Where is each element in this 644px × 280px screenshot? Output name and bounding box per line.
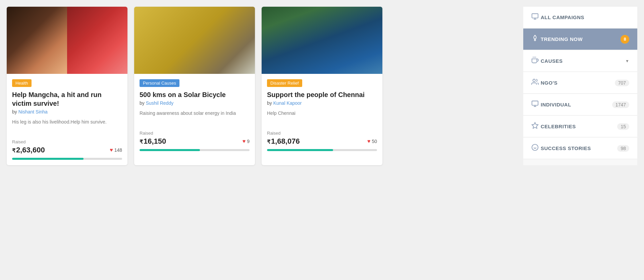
card-3-tag: Disaster Relief bbox=[267, 79, 302, 87]
card-1-likes: ♥ 148 bbox=[110, 147, 122, 153]
card-2-author: by Sushil Reddy bbox=[140, 100, 250, 106]
celebrities-count: 15 bbox=[617, 123, 629, 130]
card-3-likes: ♥ 50 bbox=[367, 138, 377, 144]
card-1-title: Help Mangcha, a hit and run victim survi… bbox=[12, 90, 122, 108]
celebrities-label: CELEBRITIES bbox=[541, 124, 617, 129]
svg-rect-7 bbox=[532, 101, 538, 105]
sidebar-item-trending-now[interactable]: TRENDING NOW 8 bbox=[523, 29, 637, 50]
all-campaigns-label: ALL CAMPAIGNS bbox=[541, 14, 629, 20]
campaign-card-1[interactable]: Health Help Mangcha, a hit and run victi… bbox=[7, 7, 127, 165]
people-icon bbox=[531, 78, 541, 87]
sidebar-item-individual[interactable]: INDIVIDUAL 1747 bbox=[523, 94, 637, 115]
hand-icon bbox=[531, 56, 541, 65]
card-1-rupee: ₹ bbox=[12, 148, 15, 153]
card-3-raised-row: ₹1,68,076 ♥ 50 bbox=[267, 137, 377, 146]
card-2-likes: ♥ 9 bbox=[243, 138, 250, 144]
card-2-body: Personal Causes 500 kms on a Solar Bicyc… bbox=[134, 74, 255, 156]
card-2-title: 500 kms on a Solar Bicycle bbox=[140, 90, 250, 99]
svg-marker-10 bbox=[532, 123, 538, 128]
heart-icon-2: ♥ bbox=[243, 138, 246, 144]
card-2-image bbox=[134, 7, 255, 74]
card-1-body: Health Help Mangcha, a hit and run victi… bbox=[7, 74, 127, 165]
star-icon bbox=[531, 122, 541, 131]
campaign-card-2[interactable]: Personal Causes 500 kms on a Solar Bicyc… bbox=[134, 7, 255, 165]
card-3-rupee: ₹ bbox=[267, 139, 270, 145]
sidebar: ALL CAMPAIGNS TRENDING NOW 8 CAUSES ▼ bbox=[523, 7, 637, 165]
sidebar-item-celebrities[interactable]: CELEBRITIES 15 bbox=[523, 116, 637, 137]
card-3-amount: ₹1,68,076 bbox=[267, 137, 300, 146]
card-1-progress-bg bbox=[12, 158, 122, 160]
card-1-image bbox=[7, 7, 127, 74]
monitor-icon bbox=[531, 13, 541, 22]
card-1-raised-row: ₹2,63,600 ♥ 148 bbox=[12, 146, 122, 154]
sidebar-item-causes[interactable]: CAUSES ▼ bbox=[523, 50, 637, 72]
card-1-description: His leg is also his livelihood.Help him … bbox=[12, 119, 122, 133]
person-icon bbox=[531, 100, 541, 109]
ngos-label: NGO'S bbox=[541, 80, 615, 86]
card-3-author: by Kunal Kapoor bbox=[267, 100, 377, 106]
individual-label: INDIVIDUAL bbox=[541, 102, 612, 107]
card-2-author-link[interactable]: Sushil Reddy bbox=[146, 100, 174, 106]
card-2-raised-label: Raised bbox=[140, 131, 250, 136]
campaign-card-3[interactable]: Disaster Relief Support the people of Ch… bbox=[262, 7, 382, 165]
heart-icon-3: ♥ bbox=[367, 138, 371, 144]
trending-badge: 8 bbox=[621, 35, 629, 44]
sidebar-item-all-campaigns[interactable]: ALL CAMPAIGNS bbox=[523, 7, 637, 28]
card-2-amount: ₹16,150 bbox=[140, 137, 166, 146]
card-2-raised-row: ₹16,150 ♥ 9 bbox=[140, 137, 250, 146]
fire-icon bbox=[531, 35, 541, 44]
card-3-progress-fill bbox=[267, 149, 333, 151]
individual-count: 1747 bbox=[612, 101, 629, 108]
success-stories-count: 98 bbox=[617, 145, 629, 152]
card-1-tag: Health bbox=[12, 79, 32, 87]
svg-point-11 bbox=[532, 144, 538, 150]
card-3-image bbox=[262, 7, 382, 74]
card-3-title: Support the people of Chennai bbox=[267, 90, 377, 99]
sidebar-item-ngos[interactable]: NGO'S 707 bbox=[523, 72, 637, 94]
card-3-body: Disaster Relief Support the people of Ch… bbox=[262, 74, 382, 156]
card-3-raised-label: Raised bbox=[267, 131, 377, 136]
card-2-progress-fill bbox=[140, 149, 200, 151]
card-1-author: by Nishant Sinha bbox=[12, 109, 122, 114]
success-stories-label: SUCCESS STORIES bbox=[541, 145, 617, 151]
card-2-tag: Personal Causes bbox=[140, 79, 179, 87]
causes-label: CAUSES bbox=[541, 58, 623, 64]
card-2-progress-bg bbox=[140, 149, 250, 151]
heart-icon-1: ♥ bbox=[110, 147, 113, 153]
card-3-progress-bg bbox=[267, 149, 377, 151]
smiley-icon bbox=[531, 144, 541, 153]
card-1-author-link[interactable]: Nishant Sinha bbox=[18, 109, 48, 114]
card-2-rupee: ₹ bbox=[140, 139, 143, 145]
card-3-author-link[interactable]: Kunal Kapoor bbox=[273, 100, 302, 106]
card-1-progress-fill bbox=[12, 158, 84, 160]
svg-point-6 bbox=[533, 79, 535, 82]
ngos-count: 707 bbox=[615, 80, 629, 86]
card-3-description: Help Chennai bbox=[267, 110, 377, 124]
card-1-amount: ₹2,63,600 bbox=[12, 146, 45, 154]
card-2-description: Raising awareness about solar energy in … bbox=[140, 110, 250, 124]
campaigns-grid: Health Help Mangcha, a hit and run victi… bbox=[7, 7, 517, 165]
trending-now-label: TRENDING NOW bbox=[541, 36, 621, 42]
sidebar-item-success-stories[interactable]: SUCCESS STORIES 98 bbox=[523, 138, 637, 159]
svg-rect-0 bbox=[532, 14, 538, 18]
causes-chevron-icon: ▼ bbox=[625, 59, 629, 63]
card-1-raised-label: Raised bbox=[12, 139, 122, 144]
